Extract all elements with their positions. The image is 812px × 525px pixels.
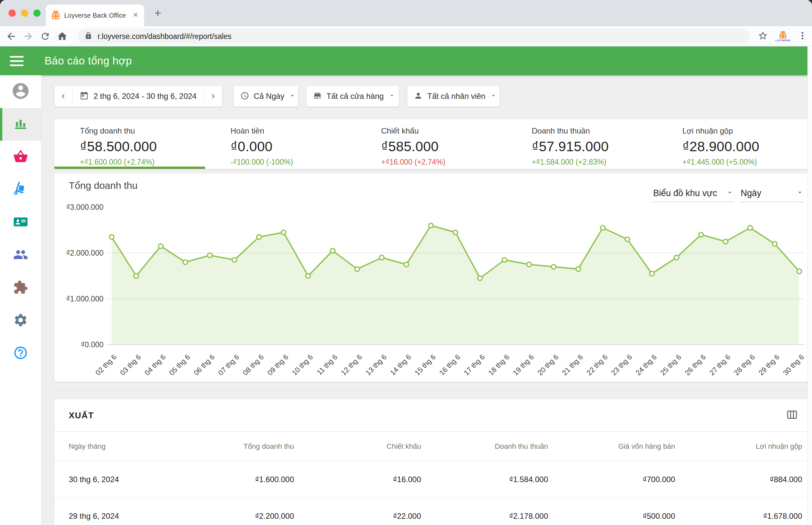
sidebar-item-account[interactable] — [0, 75, 41, 108]
view-columns-icon[interactable] — [786, 408, 798, 422]
store-icon — [313, 91, 322, 102]
loyverse-extension-icon[interactable]: LOYVERSE — [775, 31, 791, 42]
svg-text:22 thg 6: 22 thg 6 — [585, 353, 609, 377]
svg-text:25 thg 6: 25 thg 6 — [659, 353, 683, 377]
forward-icon[interactable] — [22, 30, 34, 42]
date-prev-button[interactable] — [54, 86, 72, 107]
back-icon[interactable] — [5, 30, 17, 42]
extension-label: LOYVERSE — [775, 39, 791, 42]
app-bar: Báo cáo tổng hợp — [0, 46, 808, 75]
table-cell: 30 thg 6, 2024 — [69, 475, 167, 484]
svg-text:12 thg 6: 12 thg 6 — [340, 353, 364, 377]
window-minimize-button[interactable] — [21, 10, 28, 17]
home-icon[interactable] — [56, 30, 68, 42]
metric-change: +₫1.600.000 (+2.74%) — [80, 158, 202, 167]
svg-text:26 thg 6: 26 thg 6 — [683, 353, 708, 377]
metric-value: ₫58.500.000 — [80, 139, 202, 154]
metric-change: +₫1.445.000 (+5.00%) — [682, 158, 804, 167]
tab-close-icon[interactable] — [132, 12, 139, 19]
settings-gear-icon — [13, 313, 28, 329]
browser-toolbar: r.loyverse.com/dashboard/#/report/sales … — [0, 26, 812, 46]
export-table-card: XUẤT Ngày thángTổng doanh thuChiết khấuD… — [54, 399, 808, 525]
window-close-button[interactable] — [9, 10, 16, 17]
employees-badge-icon — [13, 214, 28, 231]
metric-tab[interactable]: Doanh thu thuần ₫57.915.000 +₫1.584.000 … — [506, 119, 657, 169]
table-column-header: Lợi nhuận gộp — [675, 442, 802, 451]
metric-tab[interactable]: Chiết khấu ₫585.000 +₫16.000 (+2.74%) — [356, 119, 506, 169]
svg-text:03 thg 6: 03 thg 6 — [119, 353, 143, 377]
metric-change: -₫100.000 (-100%) — [231, 158, 352, 167]
metric-label: Hoàn tiền — [231, 126, 352, 135]
sidebar-item-employees[interactable] — [0, 206, 41, 239]
revenue-area-chart[interactable]: ₫0.000₫1.000.000₫2.000.000₫3.000.00002 t… — [54, 174, 808, 381]
date-next-button[interactable] — [204, 86, 222, 107]
svg-text:11 thg 6: 11 thg 6 — [315, 353, 339, 377]
date-range-label: 2 thg 6, 2024 - 30 thg 6, 2024 — [94, 92, 197, 101]
table-cell: ₫1.584.000 — [421, 475, 548, 484]
table-column-header: Ngày tháng — [69, 442, 167, 451]
bookmark-star-icon[interactable] — [758, 30, 768, 42]
metric-value: ₫585.000 — [381, 139, 503, 154]
svg-text:07 thg 6: 07 thg 6 — [217, 353, 241, 377]
url-text: r.loyverse.com/dashboard/#/report/sales — [98, 32, 232, 41]
chevron-down-icon — [490, 92, 497, 101]
metric-tab[interactable]: Lợi nhuận gộp ₫28.900.000 +₫1.445.000 (+… — [657, 119, 808, 169]
svg-text:30 thg 6: 30 thg 6 — [782, 353, 806, 377]
metric-tab[interactable]: Tổng doanh thu ₫58.500.000 +₫1.600.000 (… — [54, 119, 205, 169]
browser-menu-icon[interactable] — [798, 31, 808, 42]
sidebar-item-items[interactable] — [0, 141, 41, 174]
sidebar-item-settings[interactable] — [0, 304, 41, 337]
table-header-row: Ngày thángTổng doanh thuChiết khấuDoanh … — [54, 432, 808, 461]
reload-icon[interactable] — [39, 30, 51, 42]
metric-value: ₫57.915.000 — [532, 139, 653, 154]
metric-value: ₫28.900.000 — [682, 139, 804, 154]
shift-filter-label: Cả Ngày — [254, 92, 284, 101]
export-button[interactable]: XUẤT — [69, 410, 94, 421]
new-tab-button[interactable] — [151, 6, 164, 20]
sidebar-item-reports[interactable] — [0, 108, 41, 141]
metric-label: Tổng doanh thu — [80, 126, 202, 135]
sidebar-item-apps[interactable] — [0, 272, 41, 304]
metric-tab[interactable]: Hoàn tiền ₫0.000 -₫100.000 (-100%) — [205, 119, 356, 169]
sidebar-nav — [0, 75, 42, 525]
items-basket-icon — [13, 149, 28, 165]
window-zoom-button[interactable] — [33, 10, 41, 17]
metrics-summary-card: Tổng doanh thu ₫58.500.000 +₫1.600.000 (… — [54, 119, 808, 169]
help-question-icon — [13, 345, 28, 362]
table-row[interactable]: 30 thg 6, 2024₫1.600.000₫16.000₫1.584.00… — [54, 461, 808, 498]
svg-text:15 thg 6: 15 thg 6 — [413, 353, 438, 377]
chevron-down-icon — [289, 92, 296, 101]
sidebar-item-help[interactable] — [0, 337, 41, 370]
svg-text:29 thg 6: 29 thg 6 — [757, 353, 781, 377]
metric-value: ₫0.000 — [231, 139, 352, 154]
metric-change: +₫16.000 (+2.74%) — [381, 158, 503, 167]
svg-text:06 thg 6: 06 thg 6 — [192, 353, 217, 377]
store-filter-dropdown[interactable]: Tất cả cửa hàng — [307, 86, 399, 107]
shift-filter-dropdown[interactable]: Cả Ngày — [234, 86, 298, 107]
svg-text:09 thg 6: 09 thg 6 — [266, 353, 290, 377]
svg-text:20 thg 6: 20 thg 6 — [536, 353, 560, 377]
metric-label: Doanh thu thuần — [532, 126, 653, 135]
table-cell: ₫22.000 — [294, 512, 421, 521]
svg-text:₫0.000: ₫0.000 — [81, 341, 103, 349]
svg-text:24 thg 6: 24 thg 6 — [634, 353, 659, 377]
customers-people-icon — [13, 247, 28, 264]
table-column-header: Doanh thu thuần — [421, 442, 548, 451]
sidebar-item-customers[interactable] — [0, 239, 41, 272]
page-scrollbar[interactable] — [808, 46, 812, 525]
date-range-button[interactable]: 2 thg 6, 2024 - 30 thg 6, 2024 — [72, 86, 204, 107]
sidebar-item-inventory[interactable] — [0, 174, 41, 206]
hamburger-menu-icon[interactable] — [10, 53, 26, 69]
svg-text:28 thg 6: 28 thg 6 — [733, 353, 757, 377]
url-bar[interactable]: r.loyverse.com/dashboard/#/report/sales — [78, 29, 750, 44]
table-column-header: Tổng doanh thu — [167, 442, 294, 451]
metric-label: Chiết khấu — [381, 126, 503, 135]
table-cell: ₫500.000 — [548, 512, 675, 521]
svg-text:23 thg 6: 23 thg 6 — [610, 353, 634, 377]
table-cell: ₫16.000 — [294, 475, 421, 484]
reports-bar-chart-icon — [13, 116, 28, 133]
browser-tab[interactable]: Loyverse Back Office — [46, 4, 144, 26]
table-column-header: Giá vốn hàng bán — [548, 442, 675, 451]
employee-filter-dropdown[interactable]: Tất cả nhân viên — [407, 86, 500, 107]
table-row[interactable]: 29 thg 6, 2024₫2.200.000₫22.000₫2.178.00… — [54, 498, 808, 525]
